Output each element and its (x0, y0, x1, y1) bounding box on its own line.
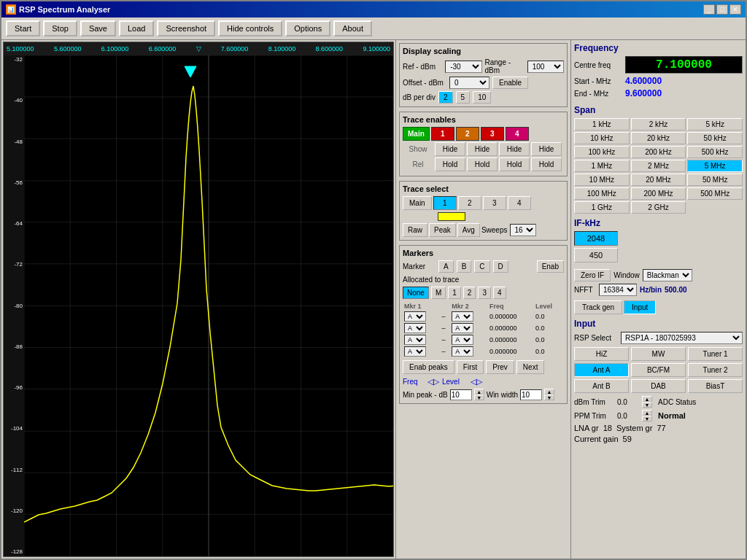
alloc-1-button[interactable]: 1 (448, 287, 461, 299)
first-button[interactable]: First (457, 360, 484, 374)
minimize-button[interactable]: _ (703, 4, 715, 15)
tuner1-button[interactable]: Tuner 1 (688, 347, 743, 361)
marker-b-button[interactable]: B (457, 260, 472, 273)
hold-4-button[interactable]: Hold (531, 158, 562, 171)
ppm-trim-down[interactable]: ▼ (642, 416, 652, 421)
span-500mhz[interactable]: 500 MHz (687, 187, 743, 200)
start-button[interactable]: Start (6, 20, 40, 36)
about-button[interactable]: About (333, 20, 372, 36)
avg-button[interactable]: Avg (457, 223, 480, 237)
span-2mhz[interactable]: 2 MHz (631, 160, 686, 172)
ts-3-button[interactable]: 3 (483, 196, 506, 210)
marker-c-button[interactable]: C (474, 260, 489, 273)
marker-d-button[interactable]: D (493, 260, 508, 273)
nfft-select[interactable]: 16384 8192 4096 2048 (599, 284, 637, 296)
span-200khz[interactable]: 200 kHz (631, 146, 686, 158)
span-200mhz[interactable]: 200 MHz (631, 187, 686, 200)
db-5-button[interactable]: 5 (456, 91, 471, 104)
span-2ghz[interactable]: 2 GHz (631, 201, 686, 214)
ts-2-button[interactable]: 2 (458, 196, 481, 210)
input-tab[interactable]: Input (624, 300, 656, 314)
mkr2-select-1[interactable]: A (452, 311, 473, 322)
db-10-button[interactable]: 10 (473, 91, 491, 104)
enable-button[interactable]: Enable (492, 77, 528, 89)
next-button[interactable]: Next (516, 360, 545, 374)
sweeps-select[interactable]: 16 8 4 2 (510, 224, 536, 236)
span-50khz[interactable]: 50 kHz (687, 132, 743, 144)
biast-button[interactable]: BiasT (688, 379, 743, 393)
mkr2-select-2[interactable]: A (452, 323, 473, 333)
window-select[interactable]: Blackman Hanning Hamming Flat Top (643, 269, 692, 281)
ts-4-button[interactable]: 4 (508, 196, 531, 210)
load-button[interactable]: Load (119, 20, 154, 36)
mkr1-select-2[interactable]: A (404, 323, 426, 333)
ref-dbm-select[interactable]: -30 (445, 61, 481, 73)
span-50mhz[interactable]: 50 MHz (687, 174, 743, 186)
prev-button[interactable]: Prev (486, 360, 514, 374)
track-gen-tab[interactable]: Track gen (574, 300, 622, 314)
tuner2-button[interactable]: Tuner 2 (688, 363, 743, 377)
win-width-up[interactable]: ▲ (544, 389, 554, 394)
span-500khz[interactable]: 500 kHz (687, 146, 743, 158)
ts-main-button[interactable]: Main (403, 196, 432, 210)
stop-button[interactable]: Stop (43, 20, 77, 36)
hide-3-button[interactable]: Hide (499, 142, 530, 156)
span-20khz[interactable]: 20 kHz (631, 132, 686, 144)
span-10mhz[interactable]: 10 MHz (574, 174, 630, 186)
mkr1-select-1[interactable]: A (404, 311, 426, 322)
mkr2-select-3[interactable]: A (452, 335, 473, 345)
ant-b-button[interactable]: Ant B (574, 379, 629, 393)
min-peak-up[interactable]: ▲ (474, 389, 484, 394)
maximize-button[interactable]: □ (716, 4, 728, 15)
span-5khz[interactable]: 5 kHz (687, 118, 743, 131)
centre-freq-display[interactable]: 7.100000 (625, 56, 743, 74)
options-button[interactable]: Options (285, 20, 330, 36)
save-button[interactable]: Save (80, 20, 116, 36)
marker-a-button[interactable]: A (438, 260, 454, 273)
hide-controls-button[interactable]: Hide controls (218, 20, 282, 36)
alloc-3-button[interactable]: 3 (478, 287, 491, 299)
span-5mhz[interactable]: 5 MHz (687, 160, 743, 172)
bcfm-button[interactable]: BC/FM (631, 363, 686, 377)
close-button[interactable]: ✕ (729, 4, 741, 15)
span-10khz[interactable]: 10 kHz (574, 132, 630, 144)
span-2khz[interactable]: 2 kHz (631, 118, 686, 131)
hold-2-button[interactable]: Hold (467, 158, 498, 171)
span-100khz[interactable]: 100 kHz (574, 146, 630, 158)
span-1khz[interactable]: 1 kHz (574, 118, 630, 131)
alloc-2-button[interactable]: 2 (463, 287, 476, 299)
enab-peaks-button[interactable]: Enab peaks (403, 360, 454, 374)
min-peak-down[interactable]: ▼ (474, 394, 484, 400)
if-450-button[interactable]: 450 (574, 248, 618, 262)
span-1mhz[interactable]: 1 MHz (574, 160, 630, 172)
hold-1-button[interactable]: Hold (435, 158, 465, 171)
trace-3-button[interactable]: 3 (481, 127, 504, 141)
win-width-down[interactable]: ▼ (544, 394, 554, 400)
db-2-button[interactable]: 2 (438, 91, 453, 104)
hold-3-button[interactable]: Hold (499, 158, 530, 171)
mkr1-select-4[interactable]: A (404, 346, 426, 357)
span-1ghz[interactable]: 1 GHz (574, 201, 630, 214)
mkr1-select-3[interactable]: A (404, 335, 426, 345)
alloc-none-button[interactable]: None (403, 287, 429, 299)
zero-if-button[interactable]: Zero IF (574, 269, 611, 281)
ts-1-button[interactable]: 1 (433, 196, 457, 210)
trace-main-button[interactable]: Main (403, 127, 430, 141)
screenshot-button[interactable]: Screenshot (157, 20, 215, 36)
ant-a-button[interactable]: Ant A (574, 363, 629, 377)
hide-1-button[interactable]: Hide (435, 142, 465, 156)
peak-button[interactable]: Peak (429, 223, 456, 237)
dbm-trim-down[interactable]: ▼ (642, 402, 652, 408)
span-20mhz[interactable]: 20 MHz (631, 174, 686, 186)
offset-dbm-select[interactable]: 0 (449, 77, 489, 89)
min-peak-input[interactable] (450, 389, 472, 400)
ppm-trim-up[interactable]: ▲ (642, 410, 652, 416)
hide-4-button[interactable]: Hide (531, 142, 562, 156)
hide-2-button[interactable]: Hide (467, 142, 498, 156)
rsp-select[interactable]: RSP1A - 1807025993 (621, 332, 743, 344)
mw-button[interactable]: MW (631, 347, 686, 361)
span-100mhz[interactable]: 100 MHz (574, 187, 630, 200)
trace-2-button[interactable]: 2 (456, 127, 479, 141)
trace-1-button[interactable]: 1 (431, 127, 454, 141)
hiz-button[interactable]: HiZ (574, 347, 629, 361)
